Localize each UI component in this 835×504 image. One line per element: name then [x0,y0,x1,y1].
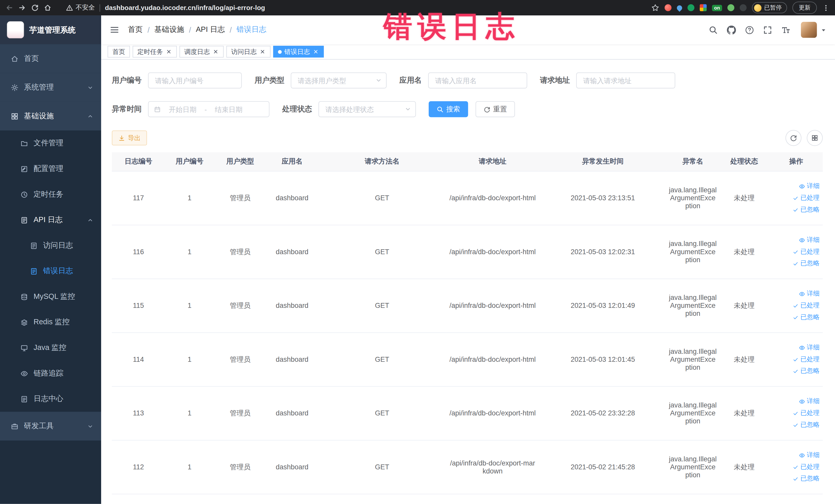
row-action-link[interactable]: 详细 [799,182,820,190]
process-status-select[interactable] [319,101,416,117]
extension-on-badge[interactable]: on [712,5,722,11]
tab[interactable]: 定时任务 [133,46,177,58]
row-action-link[interactable]: 详细 [799,289,820,298]
row-action-link[interactable]: 已忽略 [792,259,820,268]
sidebar-item[interactable]: 系统管理 [0,73,101,102]
screenshot-stage: 不安全 dashboard.yudao.iocoder.cn/infra/log… [0,0,835,504]
bookmark-star-icon[interactable] [651,4,659,12]
extension-icon-grid[interactable] [700,4,707,11]
sidebar-item[interactable]: 链路追踪 [0,361,101,386]
row-action-link[interactable]: 已处理 [792,462,820,471]
row-action-link[interactable]: 详细 [799,397,820,406]
column-header[interactable]: 操作 [770,152,823,171]
extension-icon-green[interactable] [687,4,694,11]
back-icon[interactable] [5,4,13,12]
hamburger-icon[interactable] [109,25,119,35]
sidebar-item[interactable]: 配置管理 [0,156,101,182]
column-header[interactable]: 用户编号 [165,152,214,171]
column-header[interactable]: 日志编号 [112,152,165,171]
row-action-link[interactable]: 已忽略 [792,474,820,483]
browser-chrome: 不安全 dashboard.yudao.iocoder.cn/infra/log… [0,0,835,15]
extension-icon-drop[interactable] [676,4,683,11]
breadcrumb-item[interactable]: / 基础设施 [143,25,184,35]
tab[interactable]: 调度日志 [179,46,224,58]
url-text[interactable]: dashboard.yudao.iocoder.cn/infra/log/api… [105,4,265,12]
sidebar-item[interactable]: Java 监控 [0,335,101,361]
row-action-link[interactable]: 已处理 [792,408,820,418]
exception-time-range[interactable]: - [148,101,269,117]
column-header[interactable]: 请求方法名 [318,152,446,171]
row-action-link[interactable]: 已忽略 [792,366,820,375]
menu-kebab-icon[interactable] [822,4,830,12]
user-menu[interactable] [801,22,827,38]
breadcrumb-item[interactable]: / 首页 [128,25,143,35]
close-icon[interactable] [259,48,266,55]
column-header[interactable]: 异常发生时间 [539,152,667,171]
sidebar-item[interactable]: 定时任务 [0,182,101,207]
column-header[interactable]: 处理状态 [719,152,770,171]
close-icon[interactable] [166,48,172,55]
column-header[interactable]: 异常名 [667,152,719,171]
column-header[interactable]: 用户类型 [214,152,266,171]
sidebar-item[interactable]: 访问日志 [0,233,101,259]
request-url-input[interactable] [576,73,675,88]
refresh-button[interactable] [786,130,801,146]
extension-icon-red[interactable] [665,4,672,11]
sidebar-item[interactable]: Redis 监控 [0,309,101,335]
row-action-link[interactable]: 已忽略 [792,420,820,429]
extension-icon-leaf[interactable] [728,4,734,11]
user-type-input[interactable] [291,73,387,88]
fullscreen-icon[interactable] [763,25,772,35]
tab[interactable]: 访问日志 [226,46,270,58]
breadcrumb-item[interactable]: / 错误日志 [225,25,266,35]
help-icon[interactable] [745,25,754,35]
font-size-icon[interactable] [781,25,790,35]
sidebar-item[interactable]: API 日志 [0,207,101,233]
user-type-select[interactable] [291,73,387,88]
app-logo[interactable]: 芋道管理系统 [0,15,101,44]
reload-icon[interactable] [31,4,39,12]
forward-icon[interactable] [18,4,26,12]
home-icon [11,55,19,63]
process-status-input[interactable] [319,101,416,117]
extension-icon-paw[interactable] [740,4,747,11]
row-action-link[interactable]: 详细 [799,343,820,352]
tab[interactable]: 错误日志 [273,46,324,58]
chevron-down-icon [87,423,94,429]
row-action-link[interactable]: 已忽略 [792,205,820,214]
row-action-link[interactable]: 已处理 [792,355,820,364]
row-action-link[interactable]: 已忽略 [792,313,820,322]
sidebar-item[interactable]: 基础设施 [0,102,101,130]
breadcrumb-item[interactable]: / API 日志 [184,25,225,35]
row-action-link[interactable]: 已处理 [792,193,820,202]
close-icon[interactable] [212,48,219,55]
profile-chip[interactable]: 已暂停 [752,2,787,13]
sidebar-item[interactable]: 错误日志 [0,258,101,284]
update-button[interactable]: 更新 [792,2,817,14]
export-button[interactable]: 导出 [112,130,147,145]
sidebar-item[interactable]: 文件管理 [0,130,101,156]
sidebar-item[interactable]: 研发工具 [0,412,101,441]
github-icon[interactable] [727,25,736,35]
security-warning[interactable]: 不安全 [66,3,95,12]
app-name-input[interactable] [428,73,527,88]
reset-button[interactable]: 重置 [476,101,515,117]
start-date-input[interactable] [163,105,202,113]
row-action-link[interactable]: 已处理 [792,301,820,310]
row-action-link[interactable]: 详细 [799,450,820,460]
search-icon[interactable] [709,25,718,35]
row-action-link[interactable]: 已处理 [792,247,820,256]
column-header[interactable]: 请求地址 [446,152,539,171]
browser-home-icon[interactable] [44,4,52,12]
row-action-link[interactable]: 详细 [799,236,820,244]
end-date-input[interactable] [209,105,248,113]
search-button[interactable]: 搜索 [429,101,468,117]
column-header[interactable]: 应用名 [266,152,318,171]
user-id-input[interactable] [148,73,242,88]
close-icon[interactable] [313,48,319,55]
tab[interactable]: 首页 [107,46,130,58]
column-settings-button[interactable] [807,130,823,146]
sidebar-item[interactable]: 首页 [0,44,101,73]
sidebar-item[interactable]: MySQL 监控 [0,284,101,310]
sidebar-item[interactable]: 日志中心 [0,386,101,412]
